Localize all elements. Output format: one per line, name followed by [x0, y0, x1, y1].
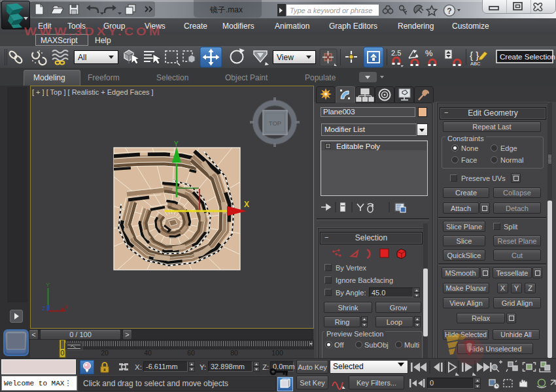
svg-text:X: X: [64, 304, 68, 310]
svg-text:All: All: [78, 53, 86, 62]
svg-text:20: 20: [101, 349, 109, 357]
svg-text:Create Selection: Create Selection: [500, 53, 555, 61]
svg-text:TOP: TOP: [269, 120, 281, 127]
svg-text:ABC: ABC: [470, 61, 481, 67]
svg-text:Y: Y: [46, 282, 50, 288]
svg-text:80: 80: [230, 349, 238, 357]
svg-text:?: ?: [447, 7, 451, 16]
svg-text:100: 100: [271, 349, 283, 357]
svg-text:View: View: [277, 53, 294, 62]
svg-text:Z: Z: [42, 305, 46, 312]
svg-text:{ }: { }: [470, 50, 479, 61]
svg-text:40: 40: [144, 349, 152, 357]
svg-text:2.5: 2.5: [391, 49, 401, 57]
svg-text:X: X: [244, 200, 249, 209]
svg-text:60: 60: [187, 349, 195, 357]
svg-text:0: 0: [61, 349, 65, 357]
svg-text:Y: Y: [174, 140, 179, 148]
svg-text:%: %: [425, 48, 433, 58]
